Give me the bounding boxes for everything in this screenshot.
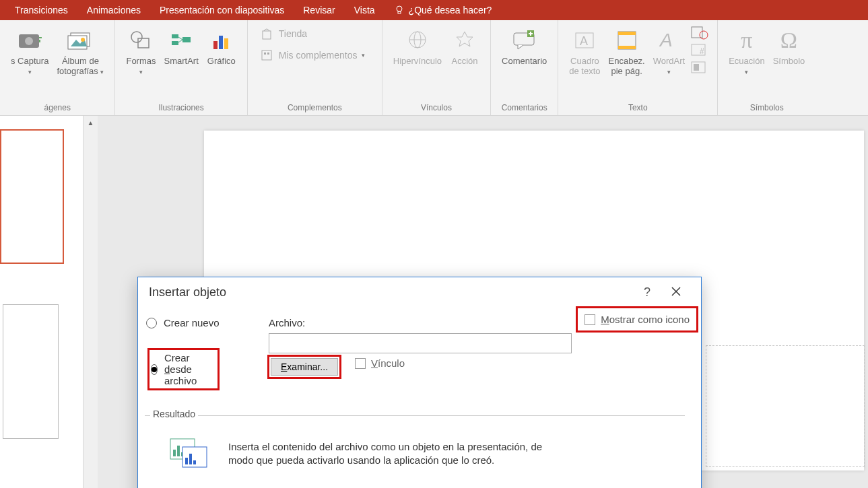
smartart-button[interactable]: SmartArt [160, 23, 203, 69]
comentario-button[interactable]: Comentario [498, 23, 551, 69]
date-time-icon[interactable] [690, 26, 709, 40]
svg-point-3 [25, 37, 33, 45]
tab-animaciones[interactable]: Animaciones [77, 0, 150, 20]
svg-rect-33 [618, 32, 636, 35]
camera-icon [16, 29, 43, 52]
svg-rect-41 [694, 64, 699, 71]
cuadro-label-2: de texto [569, 66, 600, 76]
svg-rect-51 [193, 460, 196, 464]
ribbon-group-simbolos: π Ecuación▾ Ω Símbolo Símbolos [718, 20, 815, 115]
captura-button[interactable]: s Captura▾ [7, 23, 53, 79]
header-footer-icon [615, 29, 638, 52]
ribbon-group-ilustraciones: Formas▾ SmartArt Gráfico Ilustraciones [115, 20, 247, 115]
svg-rect-17 [224, 38, 228, 49]
grafico-label: Gráfico [207, 57, 236, 67]
hipervinculo-button[interactable]: Hipervínculo [389, 23, 446, 69]
radio-crear-nuevo[interactable]: Crear nuevo [146, 317, 220, 328]
vinculo-checkbox[interactable]: Vínculo [355, 357, 405, 369]
comentario-label: Comentario [502, 57, 547, 67]
captura-label: s Captura [11, 56, 48, 66]
ecuacion-button[interactable]: π Ecuación▾ [725, 23, 768, 79]
svg-rect-45 [173, 450, 176, 456]
tienda-button[interactable]: Tienda [255, 23, 375, 44]
archivo-input[interactable] [269, 333, 572, 353]
dialog-close-button[interactable] [661, 286, 692, 300]
cuadro-label-1: Cuadro [570, 56, 599, 66]
tab-vista[interactable]: Vista [345, 0, 385, 20]
content-placeholder[interactable] [706, 345, 865, 467]
tell-me-search[interactable]: ¿Qué desea hacer? [385, 5, 502, 15]
highlight-examinar: Examinar... [267, 355, 341, 379]
store-icon [260, 27, 273, 40]
slide-thumbnail-panel: ▲ [0, 116, 98, 488]
omega-icon: Ω [780, 28, 797, 53]
formas-button[interactable]: Formas▾ [122, 23, 160, 79]
svg-rect-13 [172, 41, 178, 45]
svg-rect-18 [263, 31, 271, 39]
svg-rect-49 [185, 458, 188, 464]
pi-icon: π [741, 28, 752, 53]
tab-revisar[interactable]: Revisar [294, 0, 344, 20]
wordart-button[interactable]: A WordArt▾ [649, 23, 689, 79]
svg-text:A: A [580, 34, 588, 48]
hyperlink-icon [405, 29, 430, 52]
svg-text:A: A [659, 30, 673, 50]
object-icon[interactable] [690, 61, 709, 75]
checkbox-icon [355, 358, 366, 369]
scroll-up-icon[interactable]: ▲ [84, 116, 98, 129]
simbolo-button[interactable]: Ω Símbolo [769, 23, 809, 69]
highlight-mostrar-icono: Mostrar como icono [576, 306, 698, 333]
encab-label-1: Encabez. [609, 56, 645, 66]
group-label-complementos: Complementos [288, 103, 342, 115]
group-label-ilustraciones: Ilustraciones [158, 103, 203, 115]
vinculo-label: Vínculo [371, 357, 405, 369]
editing-stage: ▲ Insertar objeto ? Crear nuevo [0, 116, 868, 488]
slide-thumbnail[interactable] [3, 304, 59, 439]
smartart-label: SmartArt [164, 57, 199, 67]
ribbon-tabs: Transiciones Animaciones Presentación co… [0, 0, 868, 20]
slide-thumbnail-selected[interactable] [0, 129, 64, 264]
slide-number-icon[interactable]: # [690, 43, 709, 58]
chart-icon [209, 29, 234, 52]
wordart-label: WordArt [653, 56, 685, 66]
dialog-title: Insertar objeto [149, 285, 226, 300]
formas-label: Formas [126, 56, 156, 66]
svg-rect-11 [138, 38, 149, 48]
panel-scrollbar[interactable]: ▲ [83, 116, 98, 488]
close-icon [671, 286, 681, 297]
svg-rect-21 [267, 53, 269, 55]
album-fotografias-button[interactable]: Álbum defotografías ▾ [53, 23, 108, 79]
highlight-crear-desde-archivo: Crear desde archivo [147, 348, 220, 390]
radio-icon [146, 318, 157, 328]
svg-rect-15 [213, 41, 218, 49]
svg-rect-20 [264, 53, 266, 55]
tab-transiciones[interactable]: Transiciones [5, 0, 77, 20]
svg-rect-34 [618, 46, 636, 49]
mis-complementos-button[interactable]: Mis complementos ▾ [255, 44, 375, 66]
svg-rect-14 [182, 37, 191, 42]
svg-rect-16 [219, 36, 223, 49]
group-label-texto: Texto [628, 103, 648, 115]
ribbon-group-texto: A Cuadrode texto Encabez.pie pág. A Word… [558, 20, 718, 115]
result-preview-icon [165, 433, 212, 474]
mostrar-icono-checkbox[interactable]: Mostrar como icono [601, 314, 690, 325]
svg-marker-25 [457, 32, 473, 46]
tab-presentacion-diapositivas[interactable]: Presentación con diapositivas [150, 0, 294, 20]
archivo-label: Archivo: [269, 317, 305, 328]
radio-crear-nuevo-label: Crear nuevo [164, 317, 220, 328]
radio-crear-desde-label: Crear desde archivo [164, 352, 215, 386]
accion-button[interactable]: Acción [446, 23, 483, 69]
examinar-button[interactable]: Examinar... [271, 358, 338, 376]
group-label-imagenes: ágenes [44, 103, 71, 115]
dialog-help-button[interactable]: ? [634, 285, 661, 300]
cuadro-texto-button[interactable]: A Cuadrode texto [565, 23, 604, 79]
comment-icon [511, 29, 538, 52]
hipervinculo-label: Hipervínculo [393, 57, 442, 67]
encab-label-2: pie pág. [611, 66, 642, 76]
radio-crear-desde-archivo[interactable]: Crear desde archivo [151, 352, 215, 386]
encabezado-pie-button[interactable]: Encabez.pie pág. [605, 23, 649, 79]
grafico-button[interactable]: Gráfico [203, 23, 240, 69]
addins-icon [260, 48, 273, 62]
svg-rect-1 [398, 11, 401, 13]
svg-rect-19 [262, 50, 271, 60]
